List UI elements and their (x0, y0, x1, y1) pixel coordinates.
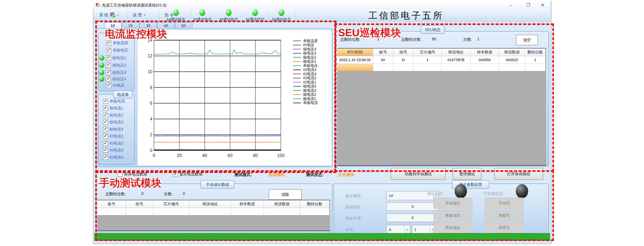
comm-indicator-2: 2#通信状态 (190, 9, 215, 22)
seu-clear-button[interactable]: 清空 (516, 35, 538, 45)
checkbox-label: IO电流1 (110, 134, 123, 139)
menu-system[interactable]: 系 统 ▾ (99, 11, 118, 18)
start-address-input[interactable]: 0 (386, 202, 439, 211)
column-header-RTC时间[interactable]: RTC时间 (337, 48, 373, 56)
checkbox-label: 核电流1 (110, 105, 123, 111)
address-length-input[interactable]: 0 (386, 214, 439, 222)
column-header-组号[interactable]: 组号 (126, 200, 153, 208)
test-status-label: 测试状态: (306, 172, 324, 177)
checkbox-icon (103, 141, 108, 146)
column-header-样本数据[interactable]: 样本数据 (470, 48, 499, 56)
legend-line-swatch (293, 90, 301, 91)
checkbox-item-IO电压[interactable]: IO电压 (106, 83, 124, 88)
param-button-手动写[interactable]: 手动写 (485, 198, 524, 209)
svg-text:10: 10 (148, 69, 152, 74)
column-header-板号[interactable]: 板号 (373, 48, 393, 56)
show-current-checkbox[interactable]: 显示电流数据 (173, 172, 202, 177)
checkbox-item-IO电流4[interactable]: IO电流4 (103, 155, 123, 160)
seu-total-bits-value: 1 (372, 37, 384, 41)
desktop: 先进工艺存储器软错误测试系统(V1.0) – ❐ ✕ 系 统 ▾ 设 置 ▾ 指… (0, 0, 644, 246)
checkbox-item-IO电流1[interactable]: IO电流1 (103, 134, 123, 139)
column-header-芯片编号[interactable]: 芯片编号 (414, 48, 442, 56)
manual-clear-button[interactable]: 清除 (269, 189, 302, 200)
legend-line-swatch (293, 86, 301, 87)
tab-3[interactable]: 3# (139, 22, 157, 29)
read-status-label: 读比状态: (427, 191, 444, 196)
column-header-组号[interactable]: 组号 (393, 48, 414, 56)
checkbox-item-核电流2[interactable]: 核电流2 (103, 113, 123, 118)
checkbox-icon (173, 172, 178, 177)
checkbox-label: 核电压2 (112, 63, 126, 68)
close-button[interactable]: ✕ (538, 3, 547, 8)
voltage-group-label (116, 29, 134, 37)
pause-test-button[interactable]: 暂停测试 (453, 168, 481, 180)
param-button-系统读比[interactable]: 系统读比 (434, 222, 472, 233)
param-button-单板读比[interactable]: 单板读比 (434, 210, 472, 221)
table-row-empty[interactable] (97, 208, 330, 215)
table-cell: 1 (525, 56, 546, 64)
checkbox-item-单板电压[interactable]: 单板电压 (106, 48, 128, 53)
checkbox-icon (103, 120, 108, 125)
checkbox-item-单板电流[interactable]: 单板电流 (103, 99, 125, 104)
svg-text:4: 4 (150, 116, 152, 121)
param-button-系统写[interactable]: 系统写 (485, 222, 524, 233)
seu-table: RTC时间板号组号芯片编号错误地址样本数据错误数据翻转位数2022.1.10 2… (337, 48, 546, 166)
comm-indicator-4: 4#通信状态 (242, 9, 268, 22)
checkbox-item-核电压4[interactable]: 核电压4 (99, 76, 126, 82)
led-green-icon (99, 55, 104, 60)
status-green-bar (94, 233, 550, 241)
table-cell: 0x5515 (499, 56, 525, 64)
checkbox-item-核电压3[interactable]: 核电压3 (99, 70, 126, 75)
checkbox-icon (103, 113, 108, 118)
checkbox-icon (106, 48, 111, 53)
checkbox-item-核电流3[interactable]: 核电流3 (103, 120, 123, 125)
checkbox-icon (106, 70, 111, 75)
tab-1[interactable]: 1# (104, 22, 122, 29)
minimize-button[interactable]: – (506, 3, 515, 8)
tab-2[interactable]: 2# (122, 22, 139, 29)
checkbox-item-单板温度[interactable]: 单板温度 (106, 40, 128, 45)
table-cell (442, 64, 470, 71)
column-header-翻转位数[interactable]: 翻转位数 (300, 200, 329, 208)
comm-indicator-1: 1#通信状态 (163, 9, 189, 22)
open-save-path-button[interactable]: 打开保存路径 (494, 168, 543, 180)
column-header-错误地址[interactable]: 错误地址 (442, 48, 470, 56)
checkbox-item-核电压2[interactable]: 核电压2 (99, 62, 126, 68)
param-button-单板写[interactable]: 单板写 (485, 210, 524, 221)
checkbox-item-IO电流2[interactable]: IO电流2 (103, 141, 123, 146)
led-green-icon (200, 9, 205, 16)
checkbox-item-核电流4[interactable]: 核电流4 (103, 127, 123, 132)
checkbox-item-IO电流3[interactable]: IO电流3 (103, 148, 123, 153)
column-header-板号[interactable]: 板号 (97, 200, 126, 208)
led-green-icon (252, 9, 258, 16)
checkbox-item-核电流1[interactable]: 核电流1 (103, 105, 123, 111)
legend-line-swatch (293, 53, 301, 54)
save-current-checkbox[interactable]: 保存电流数据 (118, 172, 147, 177)
legend-line-swatch (293, 70, 301, 70)
svg-text:6: 6 (150, 101, 152, 106)
column-header-错误数据[interactable]: 错误数据 (499, 48, 525, 56)
menu-settings[interactable]: 设 置 ▾ (133, 11, 145, 18)
maximize-button[interactable]: ❐ (524, 3, 533, 8)
table-row[interactable]: 2022.1.10 23:56:325#D10x377B7B0x55550x55… (337, 56, 546, 64)
tab-4[interactable]: 4# (157, 22, 175, 29)
checkbox-label: 核电流2 (110, 113, 123, 118)
column-header-样本数据[interactable]: 样本数据 (231, 200, 264, 208)
tab-5[interactable]: 5# (175, 22, 192, 29)
led-green-icon (99, 62, 104, 68)
param-button-手动读比[interactable]: 手动读比 (434, 198, 472, 209)
switch-to-manual-button[interactable]: 切换到手动测试 (391, 168, 446, 180)
led-green-icon (99, 76, 104, 82)
column-header-芯片编号[interactable]: 芯片编号 (153, 200, 190, 208)
column-header-错误数据[interactable]: 错误数据 (264, 200, 300, 208)
column-header-翻转位数[interactable]: 翻转位数 (525, 48, 546, 56)
checkbox-item-核电压1[interactable]: 核电压1 (99, 55, 126, 60)
checkbox-icon (103, 99, 108, 104)
table-row-empty[interactable] (337, 64, 546, 71)
menu-system-label: 系 统 (99, 12, 108, 18)
manual-count-label: 次数: (164, 191, 173, 197)
column-header-错误地址[interactable]: 错误地址 (190, 200, 231, 208)
chart-legend: 单板温度IO电压核电压4核电压3核电压2核电压1单板电压IO电流4IO电流3IO… (293, 39, 318, 105)
svg-text:0: 0 (153, 153, 155, 158)
board-number-value: 1# (387, 194, 433, 198)
